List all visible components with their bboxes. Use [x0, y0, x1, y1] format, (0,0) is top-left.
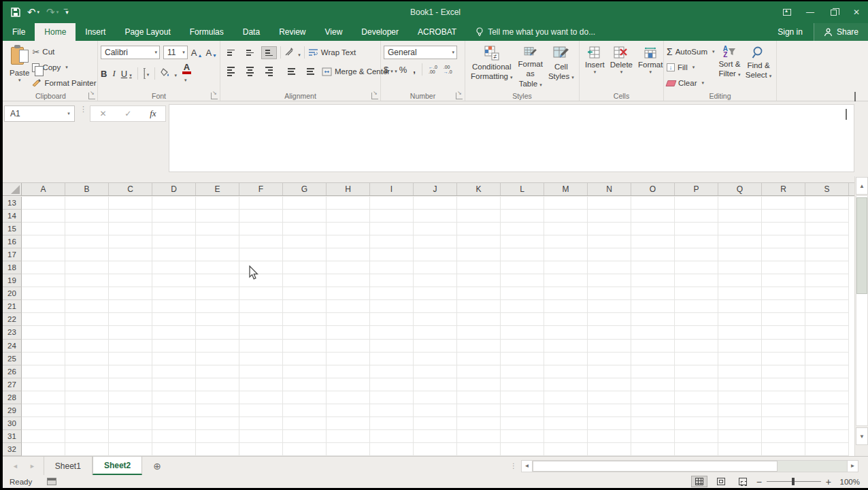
cell-G31[interactable] [283, 430, 327, 443]
cell-O30[interactable] [631, 417, 675, 430]
row-header-31[interactable]: 31 [3, 430, 22, 443]
decrease-indent-button[interactable] [284, 65, 299, 78]
cell-O31[interactable] [631, 430, 675, 443]
cell-J31[interactable] [414, 430, 457, 443]
paste-button[interactable]: Paste [7, 43, 32, 90]
cell-A32[interactable] [22, 443, 65, 456]
cell-F16[interactable] [239, 235, 283, 248]
cell-F19[interactable] [239, 274, 283, 287]
cell-E30[interactable] [196, 417, 239, 430]
cell-R26[interactable] [762, 365, 805, 378]
formula-input[interactable] [169, 104, 854, 172]
cell-J25[interactable] [414, 353, 457, 365]
cell-G29[interactable] [283, 404, 327, 417]
cell-L29[interactable] [501, 404, 544, 417]
tab-page-layout[interactable]: Page Layout [115, 23, 180, 41]
cell-K22[interactable] [457, 313, 501, 326]
cell-P31[interactable] [675, 430, 718, 443]
cell-P24[interactable] [675, 340, 718, 353]
cell-L32[interactable] [501, 443, 544, 456]
cell-L17[interactable] [501, 248, 544, 261]
sheet-tab-sheet1[interactable]: Sheet1 [44, 457, 93, 475]
cell-Q31[interactable] [718, 430, 762, 443]
cell-F23[interactable] [239, 326, 283, 339]
cell-H17[interactable] [327, 248, 370, 261]
cell-M14[interactable] [544, 210, 588, 223]
cell-B19[interactable] [65, 274, 109, 287]
cell-M24[interactable] [544, 340, 588, 353]
copy-button[interactable]: Copy [32, 61, 96, 74]
cell-Q32[interactable] [718, 443, 762, 456]
font-color-button[interactable]: A [182, 63, 191, 84]
cell-S14[interactable] [805, 210, 849, 223]
font-dialog-launcher[interactable] [211, 93, 218, 99]
cell-O32[interactable] [631, 443, 675, 456]
italic-button[interactable]: I [112, 68, 115, 79]
zoom-slider[interactable] [767, 481, 821, 482]
cell-K20[interactable] [457, 287, 501, 300]
cell-J18[interactable] [414, 261, 457, 274]
cell-J30[interactable] [414, 417, 457, 430]
cell-E27[interactable] [196, 378, 239, 391]
column-header-J[interactable]: J [414, 183, 457, 195]
cell-F21[interactable] [239, 300, 283, 313]
cell-L23[interactable] [501, 326, 544, 339]
middle-align-button[interactable] [242, 46, 258, 59]
column-header-C[interactable]: C [109, 183, 152, 195]
customize-qat-button[interactable]: ▾─ [65, 9, 72, 16]
cell-O16[interactable] [631, 235, 675, 248]
undo-button[interactable]: ↶▾ [27, 6, 39, 18]
cell-K14[interactable] [457, 210, 501, 223]
cell-F18[interactable] [239, 261, 283, 274]
cell-B14[interactable] [65, 210, 109, 223]
cell-L19[interactable] [501, 274, 544, 287]
cell-R32[interactable] [762, 443, 805, 456]
sign-in-button[interactable]: Sign in [767, 23, 814, 41]
cell-B20[interactable] [65, 287, 109, 300]
cell-L20[interactable] [501, 287, 544, 300]
decrease-decimal-button[interactable]: .00→.0 [444, 65, 452, 74]
cell-I23[interactable] [370, 326, 414, 339]
cell-P13[interactable] [675, 197, 718, 210]
format-painter-button[interactable]: Format Painter [32, 76, 96, 90]
cell-F15[interactable] [239, 223, 283, 235]
zoom-out-button[interactable]: − [756, 476, 762, 487]
column-header-P[interactable]: P [675, 183, 718, 195]
cell-M29[interactable] [544, 404, 588, 417]
zoom-level[interactable]: 100% [837, 478, 860, 486]
cell-N27[interactable] [588, 378, 631, 391]
macro-record-icon[interactable] [47, 478, 56, 485]
cell-K31[interactable] [457, 430, 501, 443]
cell-Q17[interactable] [718, 248, 762, 261]
cell-R29[interactable] [762, 404, 805, 417]
cell-P23[interactable] [675, 326, 718, 339]
cell-P14[interactable] [675, 210, 718, 223]
cell-N28[interactable] [588, 391, 631, 404]
cell-P22[interactable] [675, 313, 718, 326]
cell-Q30[interactable] [718, 417, 762, 430]
cell-A13[interactable] [22, 197, 65, 210]
cell-O27[interactable] [631, 378, 675, 391]
number-dialog-launcher[interactable] [456, 93, 463, 99]
cell-O23[interactable] [631, 326, 675, 339]
cell-A31[interactable] [22, 430, 65, 443]
align-center-button[interactable] [242, 63, 258, 80]
cell-O24[interactable] [631, 340, 675, 353]
comma-style-button[interactable]: , [413, 65, 416, 75]
cell-Q22[interactable] [718, 313, 762, 326]
cell-B15[interactable] [65, 223, 109, 235]
cell-C14[interactable] [109, 210, 152, 223]
horizontal-scrollbar[interactable]: ◄ ► [521, 457, 858, 475]
cell-K30[interactable] [457, 417, 501, 430]
horizontal-scroll-track[interactable] [533, 460, 847, 472]
cell-I16[interactable] [370, 235, 414, 248]
sort-filter-button[interactable]: AZ Sort & Filter [716, 43, 744, 90]
cell-J16[interactable] [414, 235, 457, 248]
cell-P26[interactable] [675, 365, 718, 378]
cell-L27[interactable] [501, 378, 544, 391]
page-layout-view-button[interactable] [713, 476, 729, 487]
enter-icon[interactable]: ✓ [124, 109, 131, 118]
column-header-N[interactable]: N [588, 183, 631, 195]
row-header-29[interactable]: 29 [3, 404, 22, 417]
cell-Q27[interactable] [718, 378, 762, 391]
